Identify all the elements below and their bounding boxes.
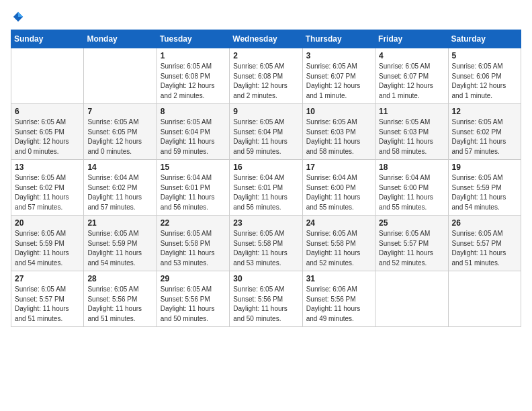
calendar-cell: 27Sunrise: 6:05 AM Sunset: 5:57 PM Dayli… — [11, 271, 84, 327]
calendar-cell: 6Sunrise: 6:05 AM Sunset: 6:05 PM Daylig… — [11, 104, 84, 160]
day-number: 29 — [161, 274, 226, 283]
logo-icon — [12, 11, 24, 23]
calendar-cell: 23Sunrise: 6:05 AM Sunset: 5:58 PM Dayli… — [230, 216, 302, 271]
day-info: Sunrise: 6:05 AM Sunset: 6:02 PM Dayligh… — [15, 173, 80, 212]
calendar-cell: 18Sunrise: 6:04 AM Sunset: 6:00 PM Dayli… — [375, 160, 448, 216]
day-info: Sunrise: 6:05 AM Sunset: 5:58 PM Dayligh… — [233, 229, 298, 268]
day-info: Sunrise: 6:05 AM Sunset: 6:07 PM Dayligh… — [379, 62, 444, 101]
calendar-week-row: 1Sunrise: 6:05 AM Sunset: 6:08 PM Daylig… — [11, 48, 521, 104]
day-info: Sunrise: 6:05 AM Sunset: 6:02 PM Dayligh… — [452, 118, 517, 156]
calendar-table: SundayMondayTuesdayWednesdayThursdayFrid… — [11, 30, 521, 327]
calendar-cell: 15Sunrise: 6:04 AM Sunset: 6:01 PM Dayli… — [157, 160, 229, 216]
calendar-cell: 4Sunrise: 6:05 AM Sunset: 6:07 PM Daylig… — [375, 48, 448, 104]
column-header-wednesday: Wednesday — [230, 30, 302, 48]
day-info: Sunrise: 6:05 AM Sunset: 6:06 PM Dayligh… — [452, 62, 517, 101]
calendar-cell: 22Sunrise: 6:05 AM Sunset: 5:58 PM Dayli… — [157, 216, 229, 271]
day-number: 20 — [15, 218, 80, 228]
calendar-cell: 8Sunrise: 6:05 AM Sunset: 6:04 PM Daylig… — [157, 104, 229, 160]
day-info: Sunrise: 6:05 AM Sunset: 6:07 PM Dayligh… — [306, 62, 371, 101]
column-header-tuesday: Tuesday — [157, 30, 229, 48]
day-info: Sunrise: 6:05 AM Sunset: 6:05 PM Dayligh… — [87, 118, 152, 156]
calendar-cell: 12Sunrise: 6:05 AM Sunset: 6:02 PM Dayli… — [448, 104, 521, 160]
day-number: 4 — [379, 51, 444, 60]
day-number: 26 — [452, 218, 517, 228]
day-info: Sunrise: 6:05 AM Sunset: 5:57 PM Dayligh… — [379, 229, 444, 268]
day-number: 2 — [233, 51, 298, 60]
day-number: 6 — [15, 107, 80, 116]
day-number: 1 — [161, 51, 226, 60]
day-info: Sunrise: 6:05 AM Sunset: 5:59 PM Dayligh… — [452, 173, 517, 212]
calendar-cell: 31Sunrise: 6:06 AM Sunset: 5:56 PM Dayli… — [302, 271, 375, 327]
calendar-cell — [11, 48, 84, 104]
calendar-cell: 13Sunrise: 6:05 AM Sunset: 6:02 PM Dayli… — [11, 160, 84, 216]
calendar-cell: 1Sunrise: 6:05 AM Sunset: 6:08 PM Daylig… — [157, 48, 229, 104]
day-number: 17 — [306, 163, 371, 172]
calendar-cell: 7Sunrise: 6:05 AM Sunset: 6:05 PM Daylig… — [84, 104, 157, 160]
day-number: 22 — [161, 218, 226, 228]
column-header-monday: Monday — [84, 30, 157, 48]
day-number: 11 — [379, 107, 444, 116]
calendar-cell: 9Sunrise: 6:05 AM Sunset: 6:04 PM Daylig… — [230, 104, 302, 160]
day-number: 12 — [452, 107, 517, 116]
day-number: 21 — [87, 218, 152, 228]
day-number: 19 — [452, 163, 517, 172]
day-info: Sunrise: 6:05 AM Sunset: 5:56 PM Dayligh… — [161, 285, 226, 324]
column-header-thursday: Thursday — [302, 30, 375, 48]
calendar-cell: 30Sunrise: 6:05 AM Sunset: 5:56 PM Dayli… — [230, 271, 302, 327]
day-number: 3 — [306, 51, 371, 60]
day-number: 23 — [233, 218, 298, 228]
calendar-cell — [448, 271, 521, 327]
day-number: 27 — [15, 274, 80, 283]
day-number: 14 — [87, 163, 152, 172]
calendar-cell: 20Sunrise: 6:05 AM Sunset: 5:59 PM Dayli… — [11, 216, 84, 271]
calendar-cell — [375, 271, 448, 327]
day-info: Sunrise: 6:05 AM Sunset: 6:04 PM Dayligh… — [161, 118, 226, 156]
day-number: 15 — [161, 163, 226, 172]
calendar-cell: 19Sunrise: 6:05 AM Sunset: 5:59 PM Dayli… — [448, 160, 521, 216]
day-info: Sunrise: 6:05 AM Sunset: 6:03 PM Dayligh… — [306, 118, 371, 156]
day-number: 10 — [306, 107, 371, 116]
calendar-cell: 11Sunrise: 6:05 AM Sunset: 6:03 PM Dayli… — [375, 104, 448, 160]
calendar-cell: 2Sunrise: 6:05 AM Sunset: 6:08 PM Daylig… — [230, 48, 302, 104]
calendar-header-row: SundayMondayTuesdayWednesdayThursdayFrid… — [11, 30, 521, 48]
column-header-friday: Friday — [375, 30, 448, 48]
day-info: Sunrise: 6:04 AM Sunset: 6:00 PM Dayligh… — [306, 173, 371, 212]
calendar-cell: 26Sunrise: 6:05 AM Sunset: 5:57 PM Dayli… — [448, 216, 521, 271]
calendar-cell: 21Sunrise: 6:05 AM Sunset: 5:59 PM Dayli… — [84, 216, 157, 271]
day-info: Sunrise: 6:05 AM Sunset: 5:56 PM Dayligh… — [233, 285, 298, 324]
calendar-week-row: 27Sunrise: 6:05 AM Sunset: 5:57 PM Dayli… — [11, 271, 521, 327]
calendar-cell: 3Sunrise: 6:05 AM Sunset: 6:07 PM Daylig… — [302, 48, 375, 104]
calendar-cell: 10Sunrise: 6:05 AM Sunset: 6:03 PM Dayli… — [302, 104, 375, 160]
day-number: 13 — [15, 163, 80, 172]
calendar-cell: 29Sunrise: 6:05 AM Sunset: 5:56 PM Dayli… — [157, 271, 229, 327]
day-info: Sunrise: 6:05 AM Sunset: 5:57 PM Dayligh… — [452, 229, 517, 268]
logo — [11, 11, 24, 23]
day-info: Sunrise: 6:05 AM Sunset: 5:59 PM Dayligh… — [87, 229, 152, 268]
day-number: 8 — [161, 107, 226, 116]
day-number: 5 — [452, 51, 517, 60]
day-number: 16 — [233, 163, 298, 172]
day-info: Sunrise: 6:05 AM Sunset: 5:56 PM Dayligh… — [87, 285, 152, 324]
svg-marker-1 — [18, 12, 23, 17]
day-info: Sunrise: 6:04 AM Sunset: 6:00 PM Dayligh… — [379, 173, 444, 212]
calendar-week-row: 13Sunrise: 6:05 AM Sunset: 6:02 PM Dayli… — [11, 160, 521, 216]
day-number: 31 — [306, 274, 371, 283]
calendar-cell: 25Sunrise: 6:05 AM Sunset: 5:57 PM Dayli… — [375, 216, 448, 271]
day-info: Sunrise: 6:05 AM Sunset: 5:59 PM Dayligh… — [15, 229, 80, 268]
column-header-sunday: Sunday — [11, 30, 84, 48]
day-info: Sunrise: 6:04 AM Sunset: 6:02 PM Dayligh… — [87, 173, 152, 212]
day-number: 24 — [306, 218, 371, 228]
calendar-cell: 24Sunrise: 6:05 AM Sunset: 5:58 PM Dayli… — [302, 216, 375, 271]
column-header-saturday: Saturday — [448, 30, 521, 48]
day-info: Sunrise: 6:05 AM Sunset: 5:58 PM Dayligh… — [161, 229, 226, 268]
calendar-week-row: 6Sunrise: 6:05 AM Sunset: 6:05 PM Daylig… — [11, 104, 521, 160]
day-number: 30 — [233, 274, 298, 283]
day-number: 28 — [87, 274, 152, 283]
calendar-cell: 5Sunrise: 6:05 AM Sunset: 6:06 PM Daylig… — [448, 48, 521, 104]
day-number: 7 — [87, 107, 152, 116]
calendar-cell: 16Sunrise: 6:04 AM Sunset: 6:01 PM Dayli… — [230, 160, 302, 216]
day-info: Sunrise: 6:05 AM Sunset: 5:57 PM Dayligh… — [15, 285, 80, 324]
calendar-cell: 14Sunrise: 6:04 AM Sunset: 6:02 PM Dayli… — [84, 160, 157, 216]
page-header — [11, 11, 521, 23]
day-info: Sunrise: 6:05 AM Sunset: 6:03 PM Dayligh… — [379, 118, 444, 156]
